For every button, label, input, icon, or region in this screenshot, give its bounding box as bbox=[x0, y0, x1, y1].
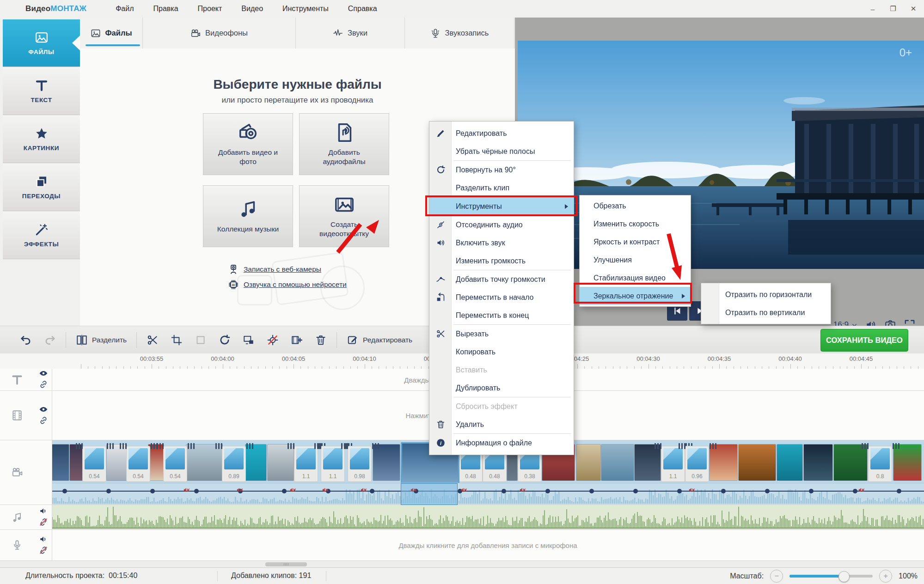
context-menu-item-вырезать[interactable]: Вырезать bbox=[429, 325, 574, 343]
context-menu-item-повернуть-на-90°[interactable]: Повернуть на 90° bbox=[429, 161, 574, 179]
button-postcard[interactable]: Создать видеооткрытку bbox=[299, 185, 389, 247]
sidebar-item-картинки[interactable]: КАРТИНКИ bbox=[3, 116, 80, 163]
context-menu-item-удалить[interactable]: Удалить bbox=[429, 415, 574, 433]
volume-keyframe[interactable] bbox=[62, 489, 67, 493]
clip-thumbnail[interactable] bbox=[106, 444, 127, 481]
clip-thumbnail[interactable] bbox=[267, 444, 294, 481]
tab-звукозапись[interactable]: Звукозапись bbox=[405, 18, 514, 49]
sidebar-item-переходы[interactable]: ПЕРЕХОДЫ bbox=[3, 164, 80, 211]
link-chip[interactable]: AIОзвучка с помощью нейросети bbox=[228, 279, 347, 290]
volume-keyframe[interactable] bbox=[897, 489, 901, 493]
toolbar-cut-button[interactable] bbox=[147, 334, 159, 346]
transition-card[interactable]: 0.98 bbox=[348, 446, 372, 482]
toolbar-edit-button[interactable]: Редактировать bbox=[347, 334, 412, 346]
clip-thumbnail[interactable] bbox=[52, 444, 69, 481]
link-broken-toggle-icon[interactable] bbox=[39, 546, 48, 555]
menubar-item-файл[interactable]: Файл bbox=[106, 5, 143, 13]
clip-thumbnail[interactable] bbox=[803, 444, 833, 481]
toolbar-undo-button[interactable] bbox=[20, 334, 32, 346]
mute-toggle-icon[interactable] bbox=[39, 535, 48, 544]
submenu-item-стабилизация-видео[interactable]: Стабилизация видео bbox=[580, 269, 691, 287]
zoom-in-button[interactable]: + bbox=[879, 570, 892, 583]
transition-card[interactable]: 0.8 bbox=[868, 446, 892, 482]
close-button[interactable]: ✕ bbox=[909, 5, 918, 13]
visibility-toggle-icon[interactable] bbox=[39, 369, 48, 378]
menubar-item-правка[interactable]: Правка bbox=[144, 5, 188, 13]
context-menu-item-редактировать[interactable]: Редактировать bbox=[429, 124, 574, 142]
menubar-item-проект[interactable]: Проект bbox=[188, 5, 232, 13]
zoom-out-button[interactable]: − bbox=[770, 570, 783, 583]
mute-toggle-icon[interactable] bbox=[39, 506, 48, 516]
clip-thumbnail[interactable] bbox=[634, 444, 661, 481]
save-video-button[interactable]: СОХРАНИТЬ ВИДЕО bbox=[820, 329, 908, 352]
context-menu-item-убрать-чёрные-полосы[interactable]: Убрать чёрные полосы bbox=[429, 142, 574, 160]
sidebar-item-эффекты[interactable]: ЭФФЕКТЫ bbox=[3, 212, 80, 259]
volume-keyframe[interactable] bbox=[282, 489, 287, 493]
music-track-row[interactable] bbox=[0, 505, 924, 530]
volume-keyframe[interactable] bbox=[502, 489, 506, 493]
button-addaudio[interactable]: Добавить аудиофайлы bbox=[299, 113, 389, 175]
transition-card[interactable]: 0.96 bbox=[685, 446, 709, 482]
volume-keyframe[interactable] bbox=[194, 489, 199, 493]
context-menu-item-переместить-в-конец[interactable]: Переместить в конец bbox=[429, 306, 574, 324]
menubar-item-инструменты[interactable]: Инструменты bbox=[273, 5, 338, 13]
toolbar-stabilize-button[interactable] bbox=[267, 334, 279, 346]
transition-card[interactable]: 1.1 bbox=[661, 446, 685, 482]
toolbar-split-button[interactable]: Разделить bbox=[76, 334, 127, 346]
clip-thumbnail[interactable] bbox=[777, 444, 803, 481]
context-menu-item-включить-звук[interactable]: Включить звук bbox=[429, 234, 574, 252]
flip-menu-item-отразить-по-вертикали[interactable]: Отразить по вертикали bbox=[701, 304, 831, 322]
toolbar-picture-in-picture-button[interactable] bbox=[243, 334, 255, 346]
zoom-slider-thumb[interactable] bbox=[838, 571, 850, 582]
context-menu-item-добавить-точку-громкости[interactable]: Добавить точку громкости bbox=[429, 270, 574, 288]
clip-thumbnail[interactable] bbox=[245, 444, 267, 481]
toolbar-add-clip-button[interactable] bbox=[291, 334, 303, 346]
transition-card[interactable]: 0.54 bbox=[82, 446, 106, 482]
submenu-item-яркость-и-контраст[interactable]: Яркость и контраст bbox=[580, 233, 691, 251]
transition-card[interactable]: 0.89 bbox=[222, 446, 246, 482]
volume-keyframe[interactable] bbox=[809, 489, 814, 493]
transition-card[interactable]: 1.1 bbox=[321, 446, 345, 482]
transition-card[interactable]: 1.1 bbox=[294, 446, 318, 482]
clip-audio-strip[interactable] bbox=[52, 483, 924, 505]
button-music[interactable]: Коллекция музыки bbox=[203, 185, 293, 247]
context-menu-item-разделить-клип[interactable]: Разделить клип bbox=[429, 179, 574, 197]
menubar-item-справка[interactable]: Справка bbox=[338, 5, 387, 13]
visibility-toggle-icon[interactable] bbox=[39, 405, 48, 414]
maximize-button[interactable]: ❐ bbox=[889, 5, 897, 13]
volume-keyframe[interactable] bbox=[106, 489, 111, 493]
tab-видеофоны[interactable]: Видеофоны bbox=[143, 18, 296, 49]
sidebar-item-файлы[interactable]: ФАЙЛЫ bbox=[3, 19, 80, 67]
clip-thumbnail[interactable] bbox=[709, 444, 738, 481]
clip-thumbnail[interactable] bbox=[373, 444, 400, 481]
submenu-item-обрезать[interactable]: Обрезать bbox=[580, 197, 691, 215]
context-menu-item-дублировать[interactable]: Дублировать bbox=[429, 379, 574, 397]
clip-thumbnail[interactable] bbox=[833, 444, 868, 481]
context-menu-item-переместить-в-начало[interactable]: Переместить в начало bbox=[429, 288, 574, 306]
sidebar-item-текст[interactable]: ТЕКСТ bbox=[3, 67, 80, 115]
flip-menu-item-отразить-по-горизонтали[interactable]: Отразить по горизонтали bbox=[701, 286, 831, 304]
context-menu-item-копировать[interactable]: Копировать bbox=[429, 343, 574, 361]
context-menu-item-информация-о-файле[interactable]: iИнформация о файле bbox=[429, 434, 574, 452]
toolbar-delete-button[interactable] bbox=[315, 334, 327, 346]
clip-thumbnail[interactable] bbox=[738, 444, 776, 481]
volume-keyframe[interactable] bbox=[721, 489, 726, 493]
tab-файлы[interactable]: Файлы bbox=[80, 18, 143, 49]
minimize-button[interactable]: – bbox=[869, 5, 877, 13]
volume-keyframe[interactable] bbox=[677, 489, 682, 493]
volume-keyframe[interactable] bbox=[633, 489, 638, 493]
volume-keyframe[interactable] bbox=[765, 489, 770, 493]
tab-звуки[interactable]: Звуки bbox=[296, 18, 405, 49]
scrollbar-thumb[interactable] bbox=[265, 562, 307, 566]
volume-keyframe[interactable] bbox=[589, 489, 594, 493]
context-menu-item-инструменты[interactable]: Инструменты bbox=[429, 197, 574, 215]
clip-thumbnail[interactable] bbox=[69, 444, 83, 481]
clip-thumbnail[interactable] bbox=[186, 444, 223, 481]
volume-keyframe[interactable] bbox=[370, 489, 374, 493]
link-broken-toggle-icon[interactable] bbox=[39, 517, 48, 527]
voice-track-row[interactable]: Дважды кликните для добавления записи с … bbox=[0, 530, 924, 561]
context-menu-item-отсоединить-аудио[interactable]: Отсоединить аудио bbox=[429, 216, 574, 234]
toolbar-rotate-button[interactable] bbox=[219, 334, 231, 346]
link-toggle-icon[interactable] bbox=[39, 416, 48, 425]
clip-thumbnail[interactable] bbox=[576, 444, 601, 481]
